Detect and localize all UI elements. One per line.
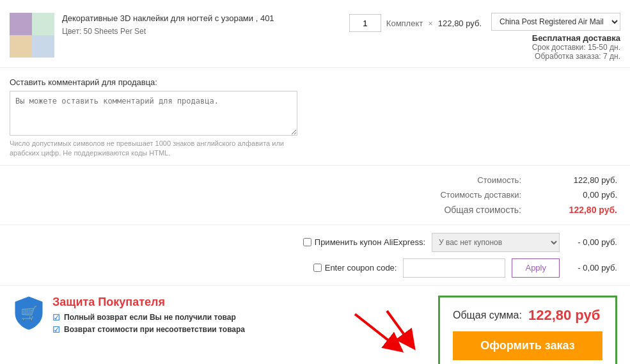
- total-value: 122,80 руб.: [560, 205, 617, 215]
- check-icon-1: ☑: [52, 313, 60, 322]
- price-value: 122,80 руб.: [438, 19, 482, 28]
- arrows-decoration: [349, 296, 425, 364]
- product-row: Декоративные 3D наклейки для ногтей с уз…: [0, 6, 630, 68]
- comment-label: Оставить комментарий для продавца:: [10, 77, 620, 87]
- total-label: Общая стоимость:: [444, 205, 521, 215]
- check-icon-2: ☑: [52, 325, 60, 335]
- comment-hint: Число допустимых символов не превышает 1…: [10, 139, 297, 159]
- shipping-free-label: Бесплатная доставка: [491, 33, 620, 43]
- apply-button[interactable]: Apply: [512, 258, 560, 278]
- buyer-protection: 🛒 Защита Покупателя ☑ Полный возврат есл…: [13, 296, 336, 364]
- enter-coupon-checkbox[interactable]: [313, 264, 322, 272]
- shipping-cost-label: Стоимость доставки:: [440, 190, 521, 200]
- protection-content: Защита Покупателя ☑ Полный возврат если …: [52, 296, 245, 337]
- product-image: [10, 13, 54, 58]
- aliexpress-coupon-label[interactable]: Применить купон AliExpress:: [303, 237, 425, 247]
- product-info: Декоративные 3D наклейки для ногтей с уз…: [54, 13, 349, 36]
- delivery-time: Срок доставки: 15-50 дн.: [491, 43, 620, 52]
- enter-coupon-label[interactable]: Enter coupon code:: [313, 263, 397, 273]
- total-row: Общая стоимость: 122,80 руб.: [13, 205, 617, 215]
- unit-label: Комплект: [386, 19, 423, 28]
- aliexpress-coupon-select[interactable]: У вас нет купонов: [432, 233, 560, 252]
- comment-section: Оставить комментарий для продавца: Число…: [0, 68, 630, 166]
- enter-coupon-row: Enter coupon code: Apply - 0,00 руб.: [13, 258, 617, 278]
- shipping-method-select[interactable]: China Post Registered Air Mail: [491, 13, 620, 31]
- order-summary: Стоимость: 122,80 руб. Стоимость доставк…: [0, 166, 630, 225]
- cost-label: Стоимость:: [477, 175, 521, 185]
- product-color: Цвет: 50 Sheets Per Set: [62, 27, 342, 36]
- comment-textarea[interactable]: [10, 91, 297, 136]
- cost-row: Стоимость: 122,80 руб.: [13, 175, 617, 185]
- protection-title: Защита Покупателя: [52, 296, 245, 309]
- aliexpress-coupon-row: Применить купон AliExpress: У вас нет ку…: [13, 233, 617, 252]
- protection-item-2: ☑ Возврат стоимости при несоответствии т…: [52, 325, 245, 335]
- red-arrows-svg: [349, 308, 425, 359]
- quantity-input[interactable]: [349, 14, 381, 32]
- shield-icon: 🛒: [13, 296, 45, 331]
- order-total-amount: 122,80 руб: [528, 307, 600, 324]
- shipping-info: Бесплатная доставка Срок доставки: 15-50…: [491, 31, 620, 61]
- svg-text:🛒: 🛒: [20, 305, 38, 322]
- coupon-code-input[interactable]: [403, 258, 505, 278]
- order-total-box: Общая сумма: 122,80 руб Оформить заказ: [438, 296, 617, 364]
- processing-time: Обработка заказа: 7 дн.: [491, 52, 620, 61]
- page: Декоративные 3D наклейки для ногтей с уз…: [0, 0, 630, 364]
- product-title: Декоративные 3D наклейки для ногтей с уз…: [62, 13, 342, 24]
- protection-item-1: ☑ Полный возврат если Вы не получили тов…: [52, 313, 245, 322]
- enter-coupon-discount: - 0,00 руб.: [566, 263, 617, 273]
- shipping-cost-row: Стоимость доставки: 0,00 руб.: [13, 190, 617, 200]
- coupon-section: Применить купон AliExpress: У вас нет ку…: [0, 225, 630, 286]
- cost-value: 122,80 руб.: [560, 175, 617, 185]
- product-qty-price: Комплект × 122,80 руб.: [349, 13, 482, 32]
- shipping-select-wrap: China Post Registered Air Mail Бесплатна…: [491, 13, 620, 61]
- order-total-row: Общая сумма: 122,80 руб: [453, 307, 602, 324]
- aliexpress-coupon-discount: - 0,00 руб.: [566, 237, 617, 247]
- place-order-button[interactable]: Оформить заказ: [453, 331, 602, 360]
- aliexpress-coupon-checkbox[interactable]: [303, 238, 311, 246]
- shipping-cost-value: 0,00 руб.: [560, 190, 617, 200]
- bottom-section: 🛒 Защита Покупателя ☑ Полный возврат есл…: [0, 286, 630, 364]
- order-total-label: Общая сумма:: [453, 310, 522, 321]
